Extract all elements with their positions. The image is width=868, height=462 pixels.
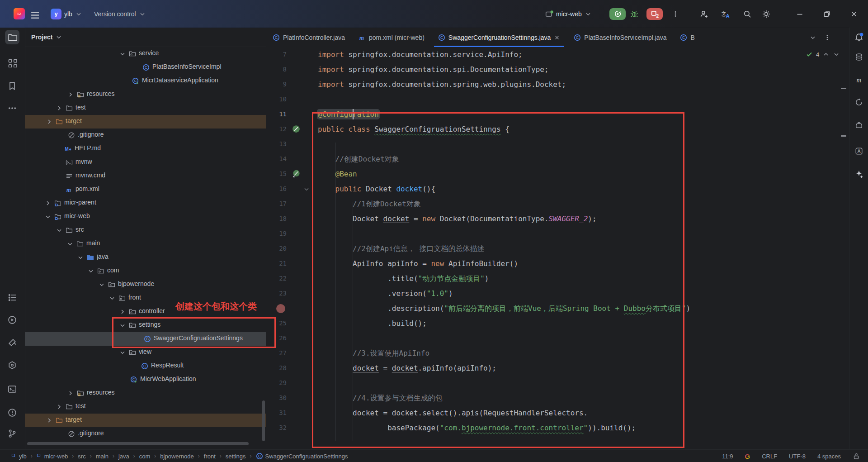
code-line-32[interactable]: basePackage("com.bjpowernode.front.contr… [318, 420, 636, 435]
breadcrumb-item[interactable]: java [118, 453, 129, 460]
chevron-down-icon[interactable] [119, 349, 126, 356]
line-number[interactable]: 12 [266, 122, 287, 137]
code-with-me-button[interactable] [700, 0, 708, 28]
code-line-25[interactable]: .build(); [318, 316, 427, 331]
tree-row-controller[interactable]: controller [25, 305, 266, 319]
settings-button[interactable] [762, 0, 770, 28]
app-logo[interactable]: IJ [14, 0, 25, 28]
code-line-9[interactable]: import springfox.documentation.spring.we… [318, 77, 566, 92]
editor-tab[interactable]: CSwaggerConfigruationSettinngs.java [431, 28, 567, 47]
code-line-23[interactable]: .version("1.0") [318, 286, 453, 301]
tree-row-resources[interactable]: resources [25, 88, 266, 101]
line-number[interactable]: 25 [266, 316, 287, 331]
tree-row-platbaseinfoserviceimpl[interactable]: CPlatBaseInfoServiceImpl [25, 61, 266, 74]
chevron-right-icon[interactable] [44, 200, 52, 207]
tree-row-pom-xml[interactable]: mpom.xml [25, 183, 266, 196]
line-number[interactable]: 14 [266, 152, 287, 167]
code-line-31[interactable]: docket = docket.select().apis(RequestHan… [318, 405, 588, 420]
line-number[interactable]: 26 [266, 331, 287, 346]
line-number[interactable]: 31 [266, 405, 287, 420]
spring-bean-icon[interactable] [292, 170, 300, 178]
ai-assistant-icon[interactable] [852, 167, 866, 181]
line-separator[interactable]: CRLF [762, 453, 777, 460]
breadcrumb-item[interactable]: CSwaggerConfigruationSettinngs [256, 452, 348, 460]
run-more-actions-button[interactable] [672, 0, 679, 28]
translation-icon[interactable]: A [852, 144, 866, 158]
code-line-27[interactable]: //3.设置使用ApiInfo [318, 346, 429, 361]
bookmarks-icon[interactable] [5, 78, 19, 93]
prev-problem-icon[interactable] [822, 51, 830, 58]
tree-row-main[interactable]: main [25, 237, 266, 251]
breadcrumb-item[interactable]: ylb [11, 453, 27, 460]
breadcrumb-item[interactable]: micr-web [37, 453, 68, 460]
fold-chevron-icon[interactable] [302, 185, 311, 193]
run-button[interactable] [609, 0, 626, 28]
debug-button[interactable] [630, 0, 638, 28]
line-number[interactable]: 7 [266, 47, 287, 62]
services-icon[interactable] [5, 358, 19, 372]
close-button[interactable] [850, 0, 858, 28]
tree-row-test[interactable]: test [25, 101, 266, 115]
chevron-right-icon[interactable] [46, 417, 53, 424]
tree-row-src[interactable]: src [25, 224, 266, 237]
build-icon[interactable] [5, 335, 19, 350]
tree-row-mvnw-cmd[interactable]: mvnw.cmd [25, 169, 266, 183]
more-tools-icon[interactable] [5, 101, 19, 115]
line-number[interactable]: 8 [266, 62, 287, 77]
lock-icon[interactable] [853, 452, 860, 460]
project-folder-icon[interactable] [5, 30, 19, 44]
code-line-28[interactable]: docket = docket.apiInfo(apiInfo); [318, 361, 496, 376]
editor-tab[interactable]: mpom.xml (micr-web) [352, 28, 431, 47]
tree-row-test[interactable]: test [25, 400, 266, 414]
spring-bean-icon[interactable] [292, 125, 300, 133]
code-line-24[interactable]: .description("前后端分离的项目，前端Vue，后端Spring Bo… [318, 301, 690, 316]
indent-setting[interactable]: 4 spaces [817, 453, 841, 460]
tree-row-service[interactable]: service [25, 47, 266, 61]
tab-options-kebab-icon[interactable] [824, 34, 831, 41]
chevron-right-icon[interactable] [46, 118, 53, 125]
editor-tab[interactable]: CPlatBaseInfoServiceImpl.java [567, 28, 673, 47]
tree-row-micrwebapplication[interactable]: CMicrWebApplication [25, 373, 266, 386]
tree-row-micr-web[interactable]: micr-web [25, 210, 266, 224]
breadcrumb-item[interactable]: src [78, 453, 85, 460]
grazie-icon[interactable]: G [745, 452, 750, 460]
terminal-icon[interactable] [5, 382, 19, 396]
code-line-20[interactable]: //2创建Api信息， 接口文档的总体描述 [318, 241, 485, 256]
line-number[interactable]: 20 [266, 241, 287, 256]
stop-button[interactable]: 2 [646, 0, 663, 28]
tree-row-micr-parent[interactable]: micr-parent [25, 196, 266, 210]
inspection-widget[interactable]: 4 [806, 51, 840, 58]
tree-row-settings[interactable]: settings [25, 319, 266, 332]
chevron-right-icon[interactable] [67, 91, 74, 98]
todo-icon[interactable] [5, 290, 19, 305]
database-icon[interactable] [852, 50, 866, 64]
tab-list-chevron-icon[interactable] [809, 34, 816, 41]
tree-row-front[interactable]: front [25, 291, 266, 305]
chevron-right-icon[interactable] [119, 308, 126, 315]
chevron-down-icon[interactable] [56, 227, 63, 234]
tree-row-micrdataserviceapplication[interactable]: CMicrDataserviceApplication [25, 74, 266, 88]
tree-row-help-md[interactable]: MHELP.md [25, 142, 266, 156]
tree-row--gitignore[interactable]: .gitignore [25, 427, 266, 441]
breadcrumb-item[interactable]: bjpowernode [160, 453, 193, 460]
tree-row-target[interactable]: target [25, 115, 266, 129]
chevron-down-icon[interactable] [119, 50, 126, 57]
editor-tab[interactable]: CB [673, 28, 701, 47]
tree-horizontal-scrollbar[interactable] [27, 442, 249, 445]
search-everywhere-button[interactable] [743, 0, 751, 28]
line-number[interactable]: 10 [266, 92, 287, 107]
structure-icon[interactable] [5, 56, 19, 70]
problems-icon[interactable] [5, 405, 19, 420]
line-number[interactable]: 15 [266, 167, 287, 181]
minimize-button[interactable] [796, 0, 804, 28]
code-line-8[interactable]: import springfox.documentation.spi.Docum… [318, 62, 549, 77]
tree-row-bjpowernode[interactable]: bjpowernode [25, 278, 266, 291]
line-number[interactable]: 32 [266, 420, 287, 435]
file-encoding[interactable]: UTF-8 [789, 453, 806, 460]
breadcrumb-item[interactable]: settings [226, 453, 246, 460]
chevron-down-icon[interactable] [108, 295, 116, 302]
code-line-14[interactable]: //创建Docket对象 [318, 152, 399, 167]
tree-row-java[interactable]: java [25, 251, 266, 264]
chevron-right-icon[interactable] [56, 403, 63, 410]
editor-tab[interactable]: CPlatInfoController.java [266, 28, 352, 47]
